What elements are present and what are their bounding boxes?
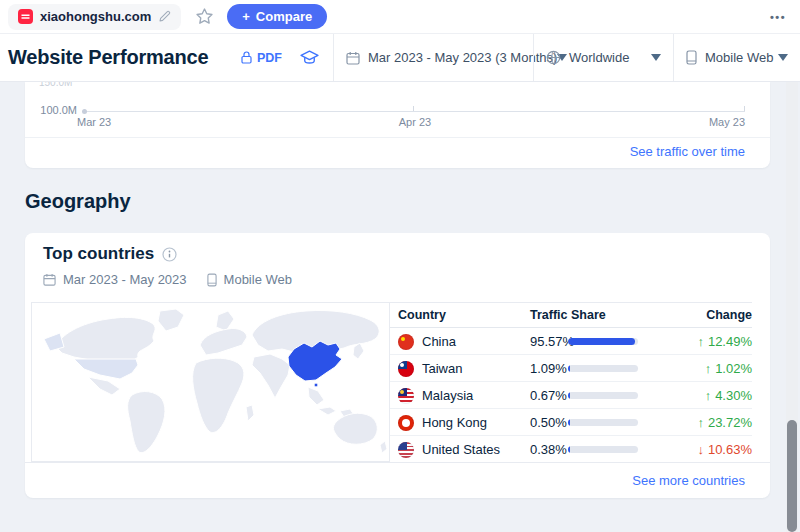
country-cell: Hong Kong (398, 409, 487, 436)
table-row[interactable]: Malaysia 0.67% ↑4.30% (390, 382, 752, 409)
map-north-america (56, 317, 155, 363)
topbar: xiaohongshu.com + Compare ••• (0, 0, 800, 34)
region-value: Worldwide (569, 50, 629, 65)
country-name: Malaysia (422, 388, 473, 403)
column-header-traffic-share[interactable]: Traffic Share (530, 308, 606, 322)
map-south-america (128, 392, 165, 453)
traffic-share-bar (568, 419, 638, 426)
compare-button[interactable]: + Compare (227, 4, 327, 29)
edit-icon[interactable] (158, 10, 171, 23)
mobile-icon (207, 273, 217, 287)
card-footer: See more countries (25, 462, 770, 498)
map-alaska (44, 333, 64, 351)
scrollbar-track[interactable] (786, 82, 798, 532)
device-filter[interactable]: Mobile Web (673, 34, 800, 81)
more-menu-icon[interactable]: ••• (770, 11, 786, 23)
y-axis-label: 100.0M (25, 104, 77, 116)
see-more-countries-link[interactable]: See more countries (632, 473, 745, 488)
axis-tick (413, 106, 414, 111)
table-row[interactable]: China 95.57% ↑12.49% (390, 328, 752, 355)
map-australia (333, 413, 377, 444)
column-header-country[interactable]: Country (398, 308, 446, 322)
table-row[interactable]: Taiwan 1.09% ↑1.02% (390, 355, 752, 382)
country-flag-icon (398, 388, 414, 404)
country-cell: Malaysia (398, 382, 473, 409)
divider (25, 137, 770, 138)
table-row[interactable]: Hong Kong 0.50% ↑23.72% (390, 409, 752, 436)
card-device: Mobile Web (224, 272, 292, 287)
change-arrow-icon: ↑ (705, 361, 712, 376)
map-africa (193, 358, 244, 432)
table-row[interactable]: United States 0.38% ↓10.63% (390, 436, 752, 463)
pdf-export-button[interactable]: PDF (241, 51, 282, 65)
map-new-zealand (380, 441, 387, 453)
map-japan (353, 343, 364, 359)
traffic-share-bar-fill (568, 446, 570, 453)
country-name: Taiwan (422, 361, 462, 376)
axis-tick (744, 106, 745, 111)
learn-graduation-cap-icon[interactable] (300, 50, 319, 65)
change-value: ↑1.02% (705, 361, 752, 376)
scrollbar-thumb[interactable] (787, 420, 797, 532)
change-percent: 10.63% (708, 442, 752, 457)
column-header-change[interactable]: Change (706, 308, 752, 322)
map-southeast-asia (308, 387, 324, 405)
country-cell: Taiwan (398, 355, 462, 382)
country-name: United States (422, 442, 500, 457)
table-header-row: Country Traffic Share Change (390, 303, 752, 328)
region-filter[interactable]: Worldwide (533, 34, 673, 81)
map-central-america (88, 377, 120, 395)
device-value: Mobile Web (705, 50, 773, 65)
change-percent: 4.30% (715, 388, 752, 403)
country-cell: China (398, 328, 456, 355)
traffic-share-bar (568, 392, 638, 399)
info-icon[interactable] (162, 247, 177, 262)
map-greenland (158, 309, 184, 331)
axis-point-marker (82, 109, 87, 114)
change-percent: 1.02% (715, 361, 752, 376)
top-countries-card: Top countries Mar 2023 - May 2023 Mobile… (25, 233, 770, 498)
page-title: Website Performance (8, 46, 208, 69)
map-hainan (314, 383, 318, 387)
country-flag-icon (398, 361, 414, 377)
favorite-star-icon[interactable] (194, 6, 215, 27)
traffic-share-bar (568, 446, 638, 453)
globe-icon (546, 50, 561, 65)
change-percent: 23.72% (708, 415, 752, 430)
traffic-share-value: 1.09% (530, 361, 567, 376)
country-flag-icon (398, 334, 414, 350)
map-united-states (74, 359, 138, 379)
mobile-icon (686, 50, 697, 65)
country-cell: United States (398, 436, 500, 463)
change-value: ↑4.30% (705, 388, 752, 403)
date-range-value: Mar 2023 - May 2023 (3 Months) (368, 50, 557, 65)
chevron-down-icon (651, 54, 661, 61)
change-arrow-icon: ↓ (697, 442, 704, 457)
traffic-share-value: 0.67% (530, 388, 567, 403)
traffic-share-bar-fill (568, 419, 570, 426)
plus-icon: + (242, 9, 250, 24)
change-arrow-icon: ↑ (705, 388, 712, 403)
traffic-share-bar-fill (568, 392, 570, 399)
lock-icon (241, 51, 252, 64)
country-flag-icon (398, 442, 414, 458)
change-arrow-icon: ↑ (697, 334, 704, 349)
traffic-share-value: 0.50% (530, 415, 567, 430)
traffic-chart-card: 150.0M 100.0M Mar 23 Apr 23 May 23 See t… (25, 82, 770, 168)
chevron-down-icon (778, 54, 788, 61)
world-map[interactable] (31, 302, 390, 462)
axis-label-clipped: 150.0M (39, 82, 72, 88)
change-value: ↑12.49% (697, 334, 752, 349)
date-range-filter[interactable]: Mar 2023 - May 2023 (3 Months) (333, 34, 533, 81)
compare-label: Compare (256, 9, 312, 24)
calendar-icon (346, 51, 360, 65)
countries-table-body: China 95.57% ↑12.49% Taiwan 1.09% ↑1.02%… (390, 328, 752, 463)
header-bar: Website Performance PDF Mar 2023 - May 2… (0, 34, 800, 82)
domain-selector[interactable]: xiaohongshu.com (8, 4, 181, 30)
map-indonesia (318, 407, 336, 415)
see-traffic-over-time-link[interactable]: See traffic over time (630, 144, 745, 159)
change-value: ↓10.63% (697, 442, 752, 457)
traffic-share-bar-fill (568, 338, 635, 345)
map-europe (200, 328, 247, 355)
site-favicon (18, 9, 33, 24)
